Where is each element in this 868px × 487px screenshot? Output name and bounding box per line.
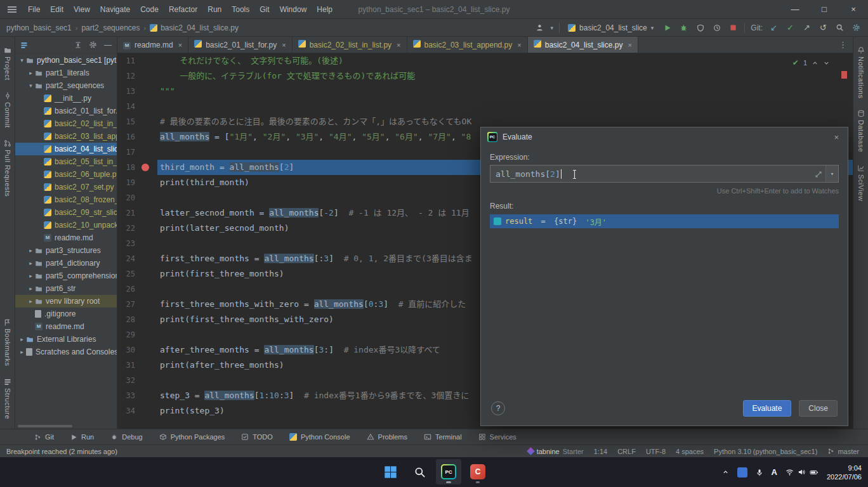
breakpoint-area[interactable]	[135, 190, 157, 205]
project-view-selector-icon[interactable]	[20, 41, 28, 49]
tree-expand-icon[interactable]: ▸	[27, 285, 35, 292]
tree-item-basic2-10-unpack-py[interactable]: basic2_10_unpack.py	[15, 219, 117, 231]
tab-basic2-01-list-for-py[interactable]: basic2_01_list_for.py×	[188, 37, 293, 53]
rollback-icon[interactable]: ↺	[818, 22, 829, 33]
menu-view[interactable]: View	[69, 0, 95, 19]
run-configuration-select[interactable]: basic2_04_list_slice ▾	[565, 22, 656, 34]
tool-button-terminal[interactable]: Terminal	[424, 433, 462, 441]
inspection-widget[interactable]: ✔ 1	[792, 58, 830, 67]
menu-window[interactable]: Window	[275, 0, 312, 19]
breakpoint-area[interactable]	[135, 68, 157, 84]
breadcrumb-item-part2-sequences[interactable]: part2_sequences	[81, 23, 140, 32]
editor-gutter[interactable]: 26	[117, 282, 157, 297]
editor-gutter[interactable]: 18	[117, 160, 157, 175]
expression-input[interactable]: all_months[2] ▾	[490, 165, 839, 183]
breakpoint-area[interactable]	[135, 282, 157, 297]
breakpoint-area[interactable]	[135, 403, 157, 419]
more-tabs-icon[interactable]: ⋮	[833, 40, 853, 49]
tree-item-part2-sequences[interactable]: ▾part2_sequences	[15, 79, 117, 92]
breadcrumb-item-python-basic-sec1[interactable]: python_basic_sec1	[6, 23, 72, 32]
commit-icon[interactable]: ✓	[785, 22, 796, 33]
code-line-13[interactable]: 13"""	[117, 84, 853, 99]
tool-button-problems[interactable]: Problems	[367, 433, 407, 441]
editor-gutter[interactable]: 31	[117, 358, 157, 373]
close-dialog-button[interactable]: Close	[799, 400, 838, 417]
breakpoint-area[interactable]	[135, 373, 157, 388]
breakpoint-area[interactable]	[135, 266, 157, 282]
tool-button-git[interactable]: Git	[34, 433, 54, 441]
tree-expand-icon[interactable]: ▸	[27, 247, 35, 254]
tree-expand-icon[interactable]: ▸	[18, 349, 26, 355]
tree-item-part6-str[interactable]: ▸part6_str	[15, 282, 117, 295]
tool-window-button-pull-requests[interactable]: Pull Requests	[4, 140, 11, 197]
tree-item-external-libraries[interactable]: ▸External Libraries	[15, 333, 117, 346]
tree-item-basic2-01-list-for-py[interactable]: basic2_01_list_for.py	[15, 105, 117, 117]
main-menu-icon[interactable]	[8, 6, 16, 13]
tree-item-part5-comprehension[interactable]: ▸part5_comprehension	[15, 269, 117, 282]
tree-item-basic2-09-str-slice-py[interactable]: basic2_09_str_slice.py	[15, 206, 117, 219]
push-icon[interactable]: ↗	[801, 22, 812, 33]
breakpoint-area[interactable]	[135, 205, 157, 221]
code-line-14[interactable]: 14	[117, 99, 853, 114]
tool-window-button-project[interactable]: Project	[4, 46, 11, 81]
taskbar-search-button[interactable]	[407, 459, 432, 484]
tray-overflow-icon[interactable]	[722, 469, 729, 476]
run-button[interactable]	[662, 22, 673, 33]
tree-item-basic2-02-list-in-list-py[interactable]: basic2_02_list_in_list.py	[15, 117, 117, 130]
next-problem-icon[interactable]	[823, 60, 830, 67]
editor-gutter[interactable]: 34	[117, 403, 157, 419]
tree-expand-icon[interactable]: ▸	[27, 70, 35, 76]
error-stripe-mark[interactable]	[841, 71, 847, 79]
start-button[interactable]	[378, 459, 403, 484]
editor-gutter[interactable]: 25	[117, 266, 157, 282]
horizontal-scrollbar[interactable]	[18, 425, 72, 427]
tree-item-basic2-03-list-append-py[interactable]: basic2_03_list_append.py	[15, 130, 117, 143]
editor-gutter[interactable]: 16	[117, 129, 157, 145]
breakpoint-icon[interactable]	[141, 164, 149, 171]
tree-expand-icon[interactable]: ▸	[27, 273, 35, 279]
tab-basic2-04-list-slice-py[interactable]: basic2_04_list_slice.py×	[528, 37, 638, 53]
network-volume-battery-group[interactable]	[786, 468, 819, 476]
taskbar-clock[interactable]: 9:04 2022/07/06	[827, 464, 862, 481]
tool-window-button-commit[interactable]: Commit	[4, 92, 11, 128]
tab-close-icon[interactable]: ×	[517, 41, 521, 49]
menu-file[interactable]: File	[23, 0, 45, 19]
breakpoint-area[interactable]	[135, 99, 157, 114]
result-row[interactable]: result = {str} '3月'	[490, 214, 839, 228]
tool-button-run[interactable]: Run	[70, 433, 94, 441]
menu-code[interactable]: Code	[135, 0, 164, 19]
menu-edit[interactable]: Edit	[45, 0, 69, 19]
breakpoint-area[interactable]	[135, 297, 157, 312]
code-line-11[interactable]: 11 それだけでなく、 文字列でも可能。(後述)	[117, 53, 853, 68]
editor-gutter[interactable]: 23	[117, 236, 157, 251]
tree-expand-icon[interactable]: ▾	[27, 82, 35, 89]
search-everywhere-icon[interactable]	[834, 22, 845, 33]
tool-window-button-sciview[interactable]: SciView	[857, 164, 865, 201]
settings-icon[interactable]	[851, 22, 862, 33]
tree-item-scratches-and-consoles[interactable]: ▸Scratches and Consoles	[15, 346, 117, 358]
tool-button-services[interactable]: Services	[478, 433, 516, 441]
tool-window-button-notifications[interactable]: Notifications	[857, 46, 865, 98]
menu-help[interactable]: Help	[312, 0, 338, 19]
menu-refactor[interactable]: Refactor	[164, 0, 202, 19]
editor-gutter[interactable]: 32	[117, 373, 157, 388]
editor-gutter[interactable]: 14	[117, 99, 157, 114]
close-icon[interactable]: ×	[839, 0, 868, 19]
evaluate-button[interactable]: Evaluate	[743, 400, 792, 417]
tab-close-icon[interactable]: ×	[282, 41, 286, 49]
tree-expand-icon[interactable]: ▾	[18, 57, 26, 63]
prev-problem-icon[interactable]	[812, 60, 819, 67]
tab-readme-md[interactable]: Mreadme.md×	[117, 37, 188, 53]
project-options-icon[interactable]	[89, 41, 97, 49]
breakpoint-area[interactable]	[135, 388, 157, 403]
tree-item-basic2-07-set-py[interactable]: basic2_07_set.py	[15, 181, 117, 193]
tree-item-basic2-05-list-in-list-py[interactable]: basic2_05_list_in_list.py	[15, 155, 117, 168]
editor-gutter[interactable]: 27	[117, 297, 157, 312]
tab-close-icon[interactable]: ×	[397, 41, 400, 49]
git-branch-widget[interactable]: master	[827, 448, 859, 455]
tab-basic2-02-list-in-list-py[interactable]: basic2_02_list_in_list.py×	[293, 37, 407, 53]
breakpoint-area[interactable]	[135, 342, 157, 358]
tool-window-button-structure[interactable]: Structure	[4, 378, 11, 419]
menu-tools[interactable]: Tools	[227, 0, 254, 19]
editor-gutter[interactable]: 22	[117, 221, 157, 236]
